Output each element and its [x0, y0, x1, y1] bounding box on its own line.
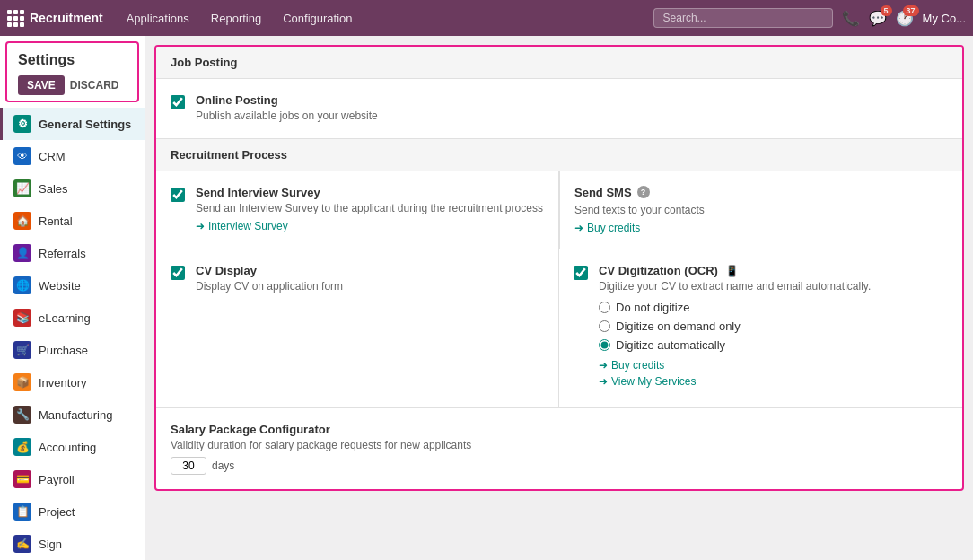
- radio-do-not-digitize-input[interactable]: [599, 302, 610, 313]
- sidebar-item-label: Manufacturing: [39, 408, 112, 422]
- payroll-icon: 💳: [13, 470, 31, 488]
- sidebar-item-project[interactable]: 📋 Project: [0, 495, 145, 528]
- cv-display-checkbox[interactable]: [171, 266, 185, 280]
- buy-credits-link-sms[interactable]: ➜ Buy credits: [574, 222, 640, 234]
- clock-icon[interactable]: 🕐 37: [896, 10, 914, 27]
- cv-digitization-title-text: CV Digitization (OCR): [599, 264, 718, 277]
- discard-button[interactable]: DISCARD: [70, 79, 119, 92]
- online-posting-desc: Publish available jobs on your website: [196, 109, 948, 124]
- nav-reporting[interactable]: Reporting: [202, 8, 270, 29]
- interview-survey-info: Send Interview Survey Send an Interview …: [196, 186, 544, 232]
- radio-do-not-digitize[interactable]: Do not digitize: [599, 301, 948, 314]
- interview-survey-link[interactable]: ➜ Interview Survey: [196, 220, 288, 232]
- interview-survey-row: Send Interview Survey Send an Interview …: [171, 186, 544, 232]
- view-services-link[interactable]: ➜ View My Services: [599, 375, 948, 388]
- website-icon: 🌐: [13, 276, 31, 294]
- settings-header: Settings SAVE DISCARD: [5, 41, 139, 102]
- cv-digitization-desc: Digitize your CV to extract name and ema…: [599, 279, 948, 294]
- project-icon: 📋: [13, 503, 31, 521]
- sms-col: Send SMS ? Send texts to your contacts ➜…: [559, 171, 962, 249]
- cv-digitization-title: CV Digitization (OCR) 📱: [599, 264, 948, 277]
- cv-display-col: CV Display Display CV on application for…: [156, 249, 559, 408]
- radio-digitize-auto-label: Digitize automatically: [616, 338, 725, 352]
- radio-digitize-auto-input[interactable]: [599, 339, 610, 351]
- sales-icon: 📈: [13, 179, 31, 197]
- cv-digitization-info: CV Digitization (OCR) 📱 Digitize your CV…: [599, 264, 948, 389]
- app-brand[interactable]: Recruitment: [7, 10, 103, 27]
- sidebar-item-label: Website: [39, 279, 81, 293]
- online-posting-info: Online Posting Publish available jobs on…: [196, 93, 948, 124]
- buy-credits-link[interactable]: ➜ Buy credits: [599, 359, 664, 372]
- cv-row: CV Display Display CV on application for…: [156, 249, 962, 408]
- online-posting-row: Online Posting Publish available jobs on…: [171, 93, 948, 124]
- sidebar-item-rental[interactable]: 🏠 Rental: [0, 205, 145, 237]
- sidebar-item-referrals[interactable]: 👤 Referrals: [0, 237, 145, 269]
- sidebar-item-website[interactable]: 🌐 Website: [0, 269, 145, 302]
- sidebar-item-accounting[interactable]: 💰 Accounting: [0, 431, 145, 463]
- sidebar-item-sign[interactable]: ✍ Sign: [0, 528, 145, 560]
- online-posting-title: Online Posting: [196, 93, 948, 107]
- salary-desc: Validity duration for salary package req…: [171, 439, 471, 451]
- sidebar-item-inventory[interactable]: 📦 Inventory: [0, 366, 145, 398]
- sidebar-item-manufacturing[interactable]: 🔧 Manufacturing: [0, 398, 145, 431]
- main-layout: Settings SAVE DISCARD ⚙ General Settings…: [0, 36, 973, 560]
- sidebar-item-elearning[interactable]: 📚 eLearning: [0, 302, 145, 334]
- sidebar-item-purchase[interactable]: 🛒 Purchase: [0, 334, 145, 366]
- radio-digitize-on-demand[interactable]: Digitize on demand only: [599, 319, 948, 333]
- sidebar-item-label: Inventory: [39, 376, 86, 389]
- sidebar: Settings SAVE DISCARD ⚙ General Settings…: [0, 36, 145, 560]
- cv-display-info: CV Display Display CV on application for…: [196, 264, 544, 294]
- buy-credits-label: Buy credits: [611, 359, 664, 372]
- settings-panel: Job Posting Online Posting Publish avail…: [154, 45, 964, 491]
- radio-digitize-on-demand-label: Digitize on demand only: [616, 319, 741, 333]
- cv-digitization-row: CV Digitization (OCR) 📱 Digitize your CV…: [574, 264, 948, 389]
- search-input[interactable]: [653, 8, 833, 28]
- online-posting-checkbox[interactable]: [171, 95, 185, 109]
- referrals-icon: 👤: [13, 244, 31, 262]
- help-icon[interactable]: ?: [637, 186, 650, 198]
- navbar-right: 📞 💬 5 🕐 37 My Co...: [653, 8, 966, 28]
- days-label: days: [212, 459, 234, 472]
- salary-title: Salary Package Configurator: [171, 423, 471, 436]
- sidebar-item-label: Referrals: [39, 247, 86, 260]
- radio-digitize-on-demand-input[interactable]: [599, 320, 610, 332]
- brand-label: Recruitment: [30, 11, 103, 25]
- send-sms-title: Send SMS: [574, 186, 632, 199]
- interview-survey-link-label: Interview Survey: [208, 220, 288, 232]
- sms-title-row: Send SMS ?: [574, 186, 948, 199]
- alerts-badge: 37: [903, 5, 919, 16]
- navbar: Recruitment Applications Reporting Confi…: [0, 0, 973, 36]
- cv-display-row: CV Display Display CV on application for…: [171, 264, 544, 294]
- cv-digitization-checkbox[interactable]: [574, 266, 588, 280]
- arrow-icon-services: ➜: [599, 375, 608, 388]
- cv-display-desc: Display CV on application form: [196, 279, 544, 294]
- salary-info: Salary Package Configurator Validity dur…: [171, 423, 471, 475]
- rental-icon: 🏠: [13, 212, 31, 230]
- interview-survey-checkbox[interactable]: [171, 188, 185, 202]
- view-services-label: View My Services: [611, 375, 696, 388]
- interview-survey-title: Send Interview Survey: [196, 186, 544, 199]
- nav-configuration[interactable]: Configuration: [274, 8, 361, 29]
- phone-icon[interactable]: 📞: [842, 10, 860, 27]
- job-posting-header: Job Posting: [156, 47, 962, 79]
- messages-icon[interactable]: 💬 5: [869, 10, 887, 27]
- mobile-icon: 📱: [725, 265, 739, 277]
- save-button[interactable]: SAVE: [18, 75, 65, 95]
- settings-actions: SAVE DISCARD: [18, 75, 127, 95]
- salary-row: Salary Package Configurator Validity dur…: [156, 408, 962, 489]
- sidebar-item-label: Rental: [39, 214, 73, 228]
- accounting-icon: 💰: [13, 438, 31, 456]
- salary-days-input[interactable]: [171, 457, 206, 475]
- cv-digitization-col: CV Digitization (OCR) 📱 Digitize your CV…: [559, 249, 962, 408]
- sidebar-item-crm[interactable]: 👁 CRM: [0, 140, 145, 172]
- nav-applications[interactable]: Applications: [118, 8, 198, 29]
- sidebar-item-label: eLearning: [39, 311, 91, 325]
- inventory-icon: 📦: [13, 373, 31, 391]
- sidebar-item-sales[interactable]: 📈 Sales: [0, 172, 145, 205]
- sidebar-item-payroll[interactable]: 💳 Payroll: [0, 463, 145, 495]
- user-menu[interactable]: My Co...: [923, 12, 966, 25]
- crm-icon: 👁: [13, 147, 31, 165]
- buy-credits-label-sms: Buy credits: [587, 222, 640, 234]
- radio-digitize-auto[interactable]: Digitize automatically: [599, 338, 948, 352]
- sidebar-item-general-settings[interactable]: ⚙ General Settings: [0, 108, 145, 140]
